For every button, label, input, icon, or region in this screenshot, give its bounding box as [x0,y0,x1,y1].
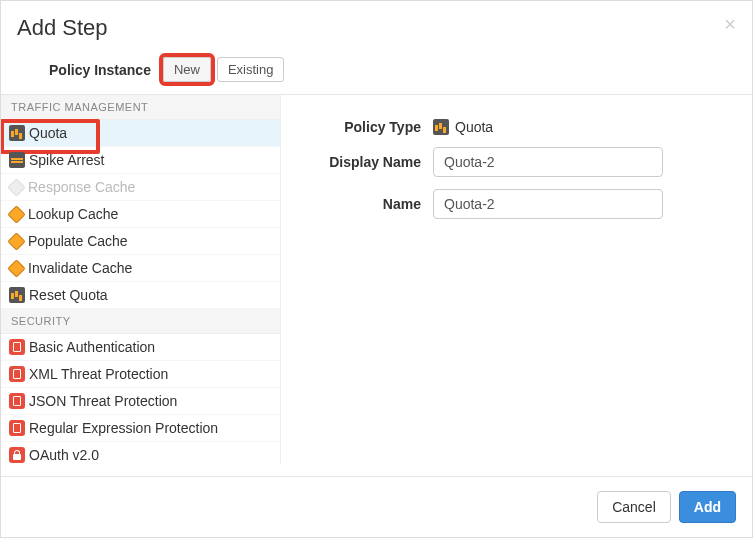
add-button[interactable]: Add [679,491,736,523]
display-name-input[interactable] [433,147,663,177]
policy-label: Reset Quota [29,287,108,303]
security-icon [9,393,25,409]
policy-item-basic-auth[interactable]: Basic Authentication [1,334,280,361]
policy-label: XML Threat Protection [29,366,168,382]
cache-icon [7,205,25,223]
policy-type-label: Policy Type [311,119,421,135]
policy-label: Lookup Cache [28,206,118,222]
instance-existing-button[interactable]: Existing [217,57,285,82]
modal-footer: Cancel Add [1,476,752,537]
security-icon [9,339,25,355]
policy-label: Spike Arrest [29,152,104,168]
quota-icon [433,119,449,135]
cancel-button[interactable]: Cancel [597,491,671,523]
modal-title: Add Step [17,15,736,41]
policy-item-xml-threat[interactable]: XML Threat Protection [1,361,280,388]
policy-item-json-threat[interactable]: JSON Threat Protection [1,388,280,415]
policy-label: OAuth v2.0 [29,447,99,463]
close-button[interactable]: × [724,13,736,36]
policy-item-lookup-cache[interactable]: Lookup Cache [1,201,280,228]
policy-label: Populate Cache [28,233,128,249]
policy-item-response-cache: Response Cache [1,174,280,201]
policy-label: Invalidate Cache [28,260,132,276]
display-name-row: Display Name [311,147,722,177]
policy-label: JSON Threat Protection [29,393,177,409]
quota-icon [9,287,25,303]
policy-item-spike-arrest[interactable]: Spike Arrest [1,147,280,174]
policy-instance-label: Policy Instance [49,62,151,78]
name-row: Name [311,189,722,219]
policy-type-value: Quota [433,119,493,135]
form-panel: Policy Type Quota Display Name Name [281,95,752,464]
group-security: SECURITY [1,309,280,334]
policy-type-row: Policy Type Quota [311,119,722,135]
policy-label: Response Cache [28,179,135,195]
cache-icon [7,232,25,250]
policy-label: Quota [29,125,67,141]
policy-label: Basic Authentication [29,339,155,355]
policy-item-oauth[interactable]: OAuth v2.0 [1,442,280,464]
security-icon [9,420,25,436]
policy-item-quota[interactable]: Quota [1,120,280,147]
cache-icon [7,178,25,196]
policy-instance-row: Policy Instance New Existing [1,53,752,94]
name-label: Name [311,196,421,212]
security-icon [9,366,25,382]
add-step-modal: Add Step × Policy Instance New Existing … [0,0,753,538]
policy-sidebar[interactable]: TRAFFIC MANAGEMENT Quota Spike Arrest Re… [1,95,281,464]
display-name-label: Display Name [311,154,421,170]
content-area: TRAFFIC MANAGEMENT Quota Spike Arrest Re… [1,94,752,464]
policy-item-regex-protection[interactable]: Regular Expression Protection [1,415,280,442]
policy-type-text: Quota [455,119,493,135]
policy-item-invalidate-cache[interactable]: Invalidate Cache [1,255,280,282]
cache-icon [7,259,25,277]
quota-icon [9,125,25,141]
policy-item-reset-quota[interactable]: Reset Quota [1,282,280,309]
policy-item-populate-cache[interactable]: Populate Cache [1,228,280,255]
instance-new-button[interactable]: New [163,57,211,82]
spike-arrest-icon [9,152,25,168]
group-traffic-management: TRAFFIC MANAGEMENT [1,95,280,120]
new-button-highlight: New [163,57,211,82]
policy-label: Regular Expression Protection [29,420,218,436]
lock-icon [9,447,25,463]
name-input[interactable] [433,189,663,219]
modal-header: Add Step × [1,1,752,53]
